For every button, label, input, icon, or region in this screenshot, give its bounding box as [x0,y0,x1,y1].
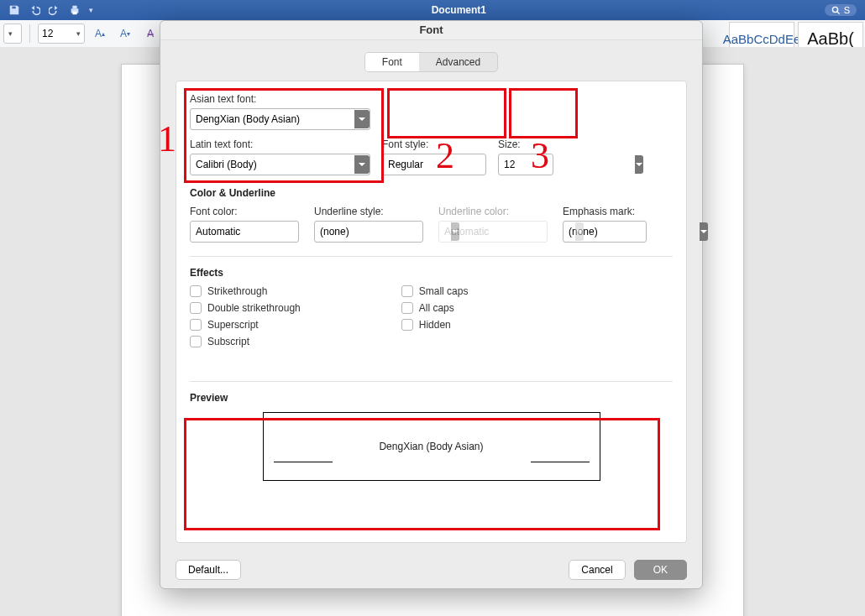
dialog-footer: Default... Cancel OK [160,551,702,588]
latin-font-dropdown[interactable] [190,154,370,175]
svg-rect-3 [72,12,76,15]
ok-button[interactable]: OK [634,560,687,580]
asian-font-dropdown[interactable] [190,108,370,130]
emphasis-value[interactable] [564,226,700,238]
emphasis-label: Emphasis mark: [563,206,647,217]
color-underline-title: Color & Underline [190,187,673,199]
font-size-combo[interactable]: ▾ [38,23,85,44]
svg-line-5 [837,11,840,13]
font-style-label: Font style: [382,138,486,150]
underline-color-dropdown [438,221,548,243]
latin-font-value[interactable] [191,159,354,170]
underline-style-label: Underline style: [314,206,423,217]
chevron-down-icon[interactable] [354,110,370,128]
font-color-dropdown[interactable] [190,221,299,243]
font-size-label: Size: [498,138,553,150]
preview-frame: DengXian (Body Asian) [263,412,600,481]
dialog-tabs: Font Advanced [160,52,702,72]
search-box[interactable]: S [825,4,857,16]
tab-font[interactable]: Font [365,53,419,71]
titlebar: ▾ Document1 S [0,0,865,20]
chk-strikethrough[interactable]: Strikethrough [190,285,301,297]
svg-rect-2 [72,6,76,9]
clear-formatting-icon[interactable]: A̶ [140,23,160,44]
font-color-label: Font color: [190,206,299,217]
undo-icon[interactable] [29,4,40,16]
search-placeholder: S [844,5,850,15]
chevron-down-icon[interactable] [700,222,708,241]
chk-all-caps[interactable]: All caps [401,302,469,314]
cancel-button[interactable]: Cancel [569,560,625,580]
font-color-value[interactable] [191,226,327,238]
chk-small-caps[interactable]: Small caps [401,285,469,297]
dialog-pane: Asian text font: Latin text font: Font s… [176,81,687,543]
underline-color-value [439,226,575,238]
chevron-down-icon [575,222,584,241]
increase-font-icon[interactable]: A▴ [90,23,110,44]
search-icon [831,6,841,15]
chk-hidden[interactable]: Hidden [401,319,469,331]
default-button[interactable]: Default... [176,560,241,580]
font-size-value[interactable] [499,159,635,170]
asian-font-value[interactable] [191,113,354,125]
chk-subscript[interactable]: Subscript [190,336,301,347]
underline-style-value[interactable] [315,226,451,238]
tab-advanced[interactable]: Advanced [419,53,497,71]
font-size-input[interactable] [39,28,72,39]
svg-point-4 [832,7,837,12]
save-icon[interactable] [8,4,20,16]
redo-icon[interactable] [49,4,60,16]
preview-text: DengXian (Body Asian) [379,441,483,452]
preview-title: Preview [190,392,673,404]
print-icon[interactable] [69,4,81,16]
font-dialog: Font Font Advanced Asian text font: Lati… [160,20,703,589]
asian-font-label: Asian text font: [190,93,370,105]
dialog-title: Font [160,21,702,40]
decrease-font-icon[interactable]: A▾ [115,23,135,44]
chk-superscript[interactable]: Superscript [190,319,301,331]
chevron-down-icon[interactable] [354,155,370,174]
chevron-down-icon[interactable]: ▾ [89,6,93,14]
font-family-combo[interactable]: ▾ [3,23,22,44]
document-title: Document1 [102,4,816,16]
underline-style-dropdown[interactable] [314,221,423,243]
latin-font-label: Latin text font: [190,138,370,150]
underline-color-label: Underline color: [438,206,548,217]
chevron-down-icon[interactable] [635,155,643,174]
svg-rect-0 [12,7,15,9]
effects-title: Effects [190,256,673,279]
font-size-dropdown[interactable] [498,154,553,175]
chk-double-strikethrough[interactable]: Double strikethrough [190,302,301,314]
font-style-dropdown[interactable] [382,154,486,175]
